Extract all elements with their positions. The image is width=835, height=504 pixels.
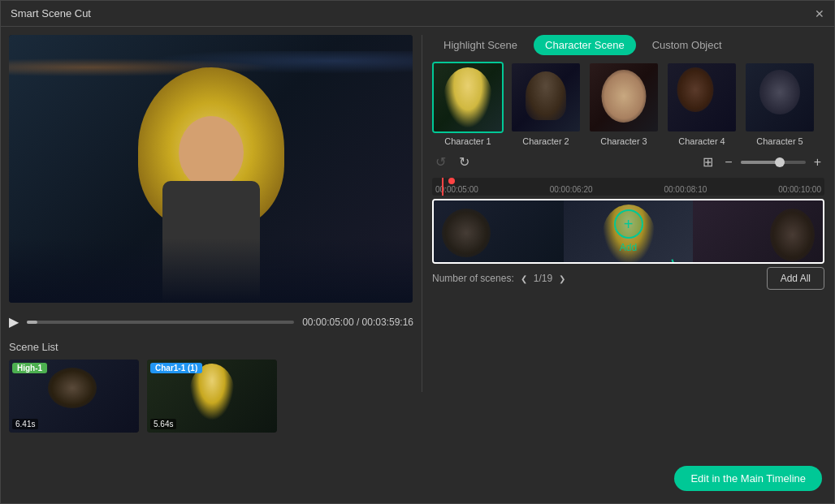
play-button[interactable]: ▶ [9,314,19,330]
scene-prev-btn[interactable]: ❮ [517,273,530,285]
character-item-3[interactable]: Character 3 [588,62,660,146]
zoom-knob [775,157,785,167]
character-grid: Character 1 Character 2 Character 3 [432,62,824,146]
redo-button[interactable]: ↻ [456,153,473,171]
scene-thumb-figure-1 [48,368,97,408]
timeline-bottom: Number of scenes: ❮ 1/19 ❯ Add All [432,267,824,290]
zoom-in-button[interactable]: + [811,153,824,171]
progress-fill [27,321,37,324]
title-bar: Smart Scene Cut ✕ [1,1,834,27]
scene-count-label: Number of scenes: [432,273,514,284]
scene-item-1[interactable]: High-1 6.41s [9,360,139,433]
seg-figure-3 [770,209,815,261]
tabs-row: Highlight Scene Character Scene Custom O… [432,35,824,55]
char-label-1: Character 1 [444,136,491,146]
scene-duration-2: 5.64s [150,419,176,429]
ruler-mark-1: 00:00:06:20 [550,185,593,194]
timeline-area: 00:00:05:00 00:00:06:20 00:00:08:10 00:0… [432,178,824,495]
ruler-mark-3: 00:00:10:00 [778,185,821,194]
scene-list-section: Scene List High-1 6.41s [9,341,413,495]
add-button[interactable]: + [614,209,643,239]
character-item-2[interactable]: Character 2 [510,62,582,146]
scene-duration-1: 6.41s [12,419,38,429]
char-label-5: Character 5 [756,136,803,146]
char-thumb-1 [432,62,504,133]
close-button[interactable]: ✕ [815,8,824,19]
scene-count: Number of scenes: ❮ 1/19 ❯ [432,273,569,285]
char-bg-3 [590,63,658,131]
scene-list-title: Scene List [9,341,413,353]
timeline-controls: ↺ ↻ ⊞ − + [432,153,824,171]
character-item-5[interactable]: Character 5 [744,62,816,146]
char-thumb-3 [588,62,660,133]
char-thumb-5 [744,62,816,133]
playhead [442,178,443,196]
zoom-fill [741,161,780,164]
video-preview [9,35,413,303]
window-title: Smart Scene Cut [11,7,91,19]
right-panel: Highlight Scene Character Scene Custom O… [422,27,834,503]
char-bg-2 [512,63,580,131]
scene-items: High-1 6.41s Char1-1 (1) 5.64s [9,360,413,433]
zoom-out-button[interactable]: − [721,153,735,171]
timeline-strip[interactable]: + Add [432,199,824,264]
tab-character[interactable]: Character Scene [534,35,636,55]
scene-next-btn[interactable]: ❯ [556,273,569,285]
main-window: Smart Scene Cut ✕ ▶ [0,0,835,504]
video-controls: ▶ 00:00:05:00 / 00:03:59:16 [9,311,413,333]
time-display: 00:00:05:00 / 00:03:59:16 [302,317,413,328]
char-thumb-4 [666,62,738,133]
char-label-3: Character 3 [600,136,647,146]
add-label: Add [620,242,637,253]
timeline-strip-content: + Add [434,200,823,262]
seg-figure-1 [442,209,491,257]
add-overlay: + Add [614,209,643,253]
progress-bar[interactable] [27,321,294,324]
tab-custom[interactable]: Custom Object [641,35,733,55]
scene-badge-2: Char1-1 (1) [150,363,202,373]
ruler-mark-2: 00:00:08:10 [664,185,707,194]
undo-button[interactable]: ↺ [432,153,449,171]
add-all-button[interactable]: Add All [767,267,824,290]
scene-item-2[interactable]: Char1-1 (1) 5.64s [147,360,277,433]
char-bg-4 [668,63,736,131]
strip-segment-3 [693,200,823,262]
ruler-labels: 00:00:05:00 00:00:06:20 00:00:08:10 00:0… [435,185,821,196]
char-bg-5 [746,63,814,131]
current-time: 00:00:05:00 [302,317,353,328]
strip-segment-2: + Add [564,200,694,262]
char-bg-1 [434,63,502,131]
time-separator: / [357,317,359,328]
total-time: 00:03:59:16 [362,317,413,328]
scene-current: 1/19 [534,273,552,284]
playhead-marker [448,178,455,184]
face-circle [179,116,244,189]
scene-badge-1: High-1 [12,363,47,373]
video-placeholder [9,35,413,303]
character-item-1[interactable]: Character 1 [432,62,504,146]
bg-city [9,238,413,303]
fit-button[interactable]: ⊞ [699,153,716,171]
char-thumb-2 [510,62,582,133]
main-content: ▶ 00:00:05:00 / 00:03:59:16 Scene List [1,27,834,503]
char-label-2: Character 2 [522,136,569,146]
char-label-4: Character 4 [678,136,725,146]
character-item-4[interactable]: Character 4 [666,62,738,146]
left-panel: ▶ 00:00:05:00 / 00:03:59:16 Scene List [1,27,422,503]
timeline-ruler: 00:00:05:00 00:00:06:20 00:00:08:10 00:0… [432,178,824,196]
strip-segment-1 [434,200,564,262]
edit-main-timeline-button[interactable]: Edit in the Main Timeline [674,466,822,491]
zoom-controls: ⊞ − + [699,153,824,171]
tab-highlight[interactable]: Highlight Scene [432,35,529,55]
zoom-slider[interactable] [741,161,806,164]
